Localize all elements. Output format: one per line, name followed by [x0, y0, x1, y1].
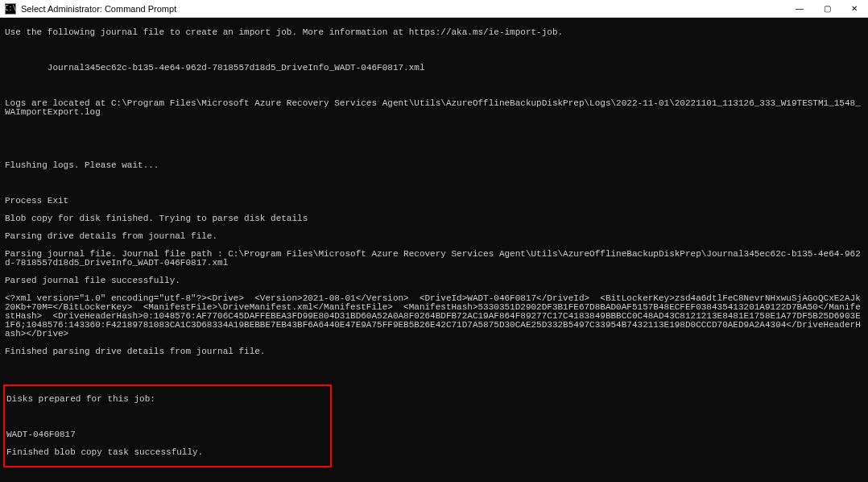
output-line: [5, 179, 863, 188]
output-line: Parsing journal file. Journal file path …: [5, 250, 863, 268]
output-line: [5, 365, 863, 374]
output-line: [5, 143, 863, 152]
close-button[interactable]: ✕: [841, 0, 868, 18]
output-line: Finished blob copy task successfully.: [6, 448, 329, 457]
output-line: Process Exit: [5, 197, 863, 206]
output-line: Blob copy for disk finished. Trying to p…: [5, 214, 863, 223]
output-line: [5, 46, 863, 55]
highlight-box-disks: Disks prepared for this job: WADT-046F08…: [3, 384, 332, 467]
minimize-button[interactable]: —: [786, 0, 813, 18]
terminal-output[interactable]: Use the following journal file to create…: [0, 18, 868, 482]
output-line: WADT-046F0817: [6, 430, 329, 439]
output-line: Disks prepared for this job:: [6, 395, 329, 404]
output-line: [5, 126, 863, 135]
output-line: Parsing drive details from journal file.: [5, 232, 863, 241]
maximize-button[interactable]: ▢: [813, 0, 841, 18]
output-line: [5, 81, 863, 90]
output-line: Logs are located at C:\Program Files\Mic…: [5, 99, 863, 117]
window-title-bar: C:\ Select Administrator: Command Prompt…: [0, 0, 868, 18]
output-line: Parsed journal file successfully.: [5, 276, 863, 285]
output-line: Use the following journal file to create…: [5, 28, 863, 37]
output-line: Flushing logs. Please wait...: [5, 161, 863, 170]
cmd-icon: C:\: [5, 3, 16, 15]
output-line: Journal345ec62c-b135-4e64-962d-7818557d1…: [5, 64, 863, 73]
title-bar-left: C:\ Select Administrator: Command Prompt: [5, 3, 176, 15]
window-title: Select Administrator: Command Prompt: [21, 4, 176, 14]
output-line: Finished parsing drive details from jour…: [5, 347, 863, 356]
output-line: [5, 478, 863, 482]
output-line: [6, 413, 329, 422]
output-line: <?xml version="1.0" encoding="utf-8"?><D…: [5, 294, 863, 339]
window-controls: — ▢ ✕: [786, 0, 868, 18]
